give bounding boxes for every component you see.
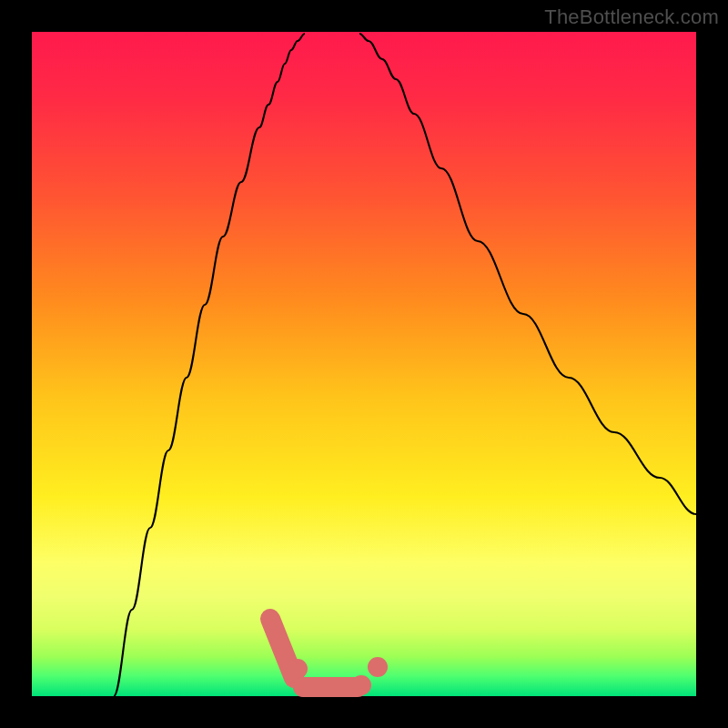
right-cap-dot	[351, 675, 371, 695]
right-curve	[359, 34, 696, 514]
marker-group	[270, 619, 388, 697]
curves-svg	[32, 32, 696, 696]
chart-frame: TheBottleneck.com	[0, 0, 728, 728]
left-curve	[114, 34, 305, 696]
left-cluster-dot	[288, 659, 308, 679]
right-dot	[368, 657, 388, 677]
watermark-text: TheBottleneck.com	[544, 5, 719, 29]
plot-area	[32, 32, 696, 696]
